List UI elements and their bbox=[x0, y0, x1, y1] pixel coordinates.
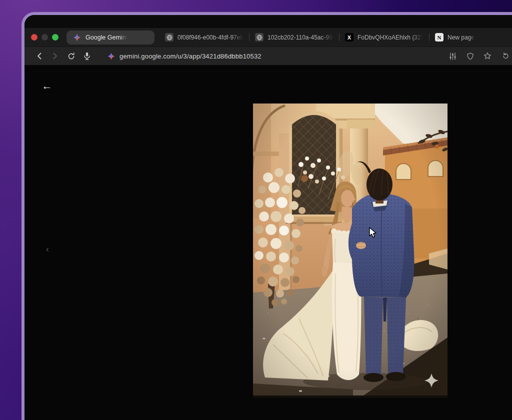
tab-google-gemini[interactable]: Google Gemini bbox=[66, 30, 154, 44]
minimize-window-button[interactable] bbox=[42, 34, 48, 40]
back-icon[interactable] bbox=[32, 50, 46, 62]
tab-notion-new-page[interactable]: N New page bbox=[430, 30, 480, 44]
globe-icon bbox=[255, 33, 264, 42]
tab-label: New page bbox=[448, 34, 474, 41]
wedding-photo bbox=[253, 104, 448, 398]
close-window-button[interactable] bbox=[31, 34, 38, 40]
tab-label: 0f08f946-e00b-4fdf-97eb- bbox=[178, 34, 244, 41]
toolbar-right-icons bbox=[446, 50, 512, 62]
traffic-lights bbox=[31, 34, 58, 40]
browser-toolbar: gemini.google.com/u/3/app/3421d86dbbb105… bbox=[24, 46, 512, 65]
address-bar[interactable]: gemini.google.com/u/3/app/3421d86dbbb105… bbox=[108, 52, 262, 60]
mic-icon[interactable] bbox=[80, 50, 94, 62]
mouse-cursor bbox=[368, 226, 378, 238]
notion-icon: N bbox=[435, 33, 444, 42]
star-icon[interactable] bbox=[481, 50, 494, 62]
tab-x-image[interactable]: X FoDbvQHXoAEhlxh (3276×4 bbox=[340, 30, 429, 44]
carousel-prev-button[interactable]: ‹ bbox=[42, 243, 52, 255]
zoom-window-button[interactable] bbox=[52, 34, 58, 40]
globe-icon bbox=[165, 33, 174, 42]
tab-uuid-1[interactable]: 0f08f946-e00b-4fdf-97eb- bbox=[160, 30, 249, 44]
gemini-sparkle-icon bbox=[108, 52, 115, 60]
share-icon[interactable] bbox=[498, 50, 512, 62]
tune-icon[interactable] bbox=[446, 50, 459, 62]
generated-image[interactable] bbox=[253, 104, 448, 398]
forward-icon[interactable] bbox=[48, 50, 62, 62]
window-drag-area[interactable] bbox=[24, 15, 512, 28]
tab-label: 102cb202-110a-45ac-9940 bbox=[268, 34, 334, 41]
gemini-page: ← ‹ bbox=[24, 65, 512, 420]
back-arrow-button[interactable]: ← bbox=[40, 79, 54, 93]
tab-label: Google Gemini bbox=[86, 34, 127, 41]
shield-icon[interactable] bbox=[464, 50, 476, 62]
browser-window: Google Gemini 0f08f946-e00b-4fdf-97eb- 1… bbox=[22, 12, 512, 420]
x-logo-icon: X bbox=[345, 33, 354, 42]
gemini-sparkle-icon bbox=[73, 34, 81, 42]
reload-icon[interactable] bbox=[64, 50, 78, 62]
url-text: gemini.google.com/u/3/app/3421d86dbbb105… bbox=[120, 52, 262, 60]
tab-uuid-2[interactable]: 102cb202-110a-45ac-9940 bbox=[250, 30, 339, 44]
tab-label: FoDbvQHXoAEhlxh (3276×4 bbox=[358, 34, 424, 41]
tab-bar: Google Gemini 0f08f946-e00b-4fdf-97eb- 1… bbox=[24, 28, 512, 46]
